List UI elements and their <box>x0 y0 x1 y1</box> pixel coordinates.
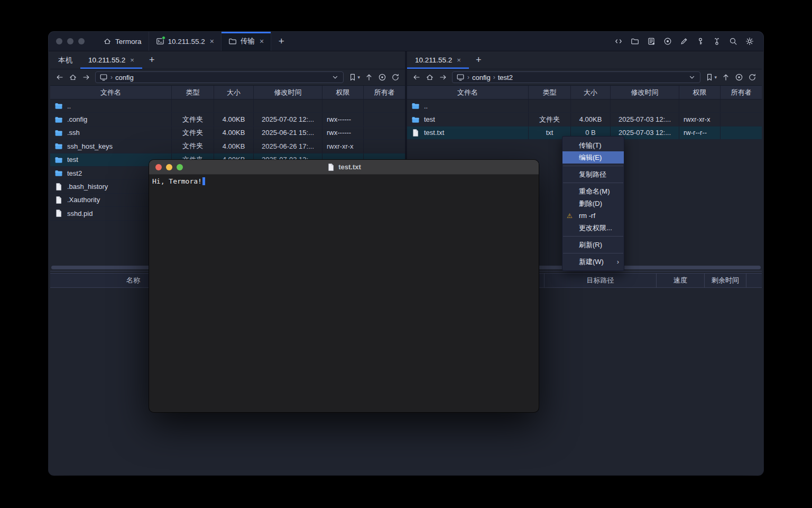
file-size-cell: 4.00KB <box>214 113 254 125</box>
forward-button[interactable] <box>80 71 92 83</box>
file-row-ssh-host-keys[interactable]: ssh_host_keys文件夹4.00KB2025-06-26 17:...r… <box>50 140 405 153</box>
key-icon[interactable] <box>695 35 706 47</box>
menu-item-label: 编辑(E) <box>579 153 602 162</box>
bookmark-button[interactable]: ▾ <box>348 73 360 81</box>
close-tab-icon[interactable]: × <box>210 37 214 46</box>
panel-tab-local-left[interactable]: 本机 <box>50 51 80 69</box>
close-tab-icon[interactable]: × <box>130 56 134 64</box>
transfer-column-header-item[interactable]: 剩余时间 <box>705 274 746 287</box>
file-name: test.txt <box>424 129 444 137</box>
path-toolbar-left: ›config▾ <box>50 69 405 86</box>
file-table-header-right: 文件名类型大小修改时间权限所有者 <box>407 86 762 99</box>
folder-icon <box>54 169 63 177</box>
titlebar-tab-host-10-211-55-2[interactable]: 10.211.55.2× <box>149 32 222 51</box>
parent-directory-button[interactable] <box>365 73 373 81</box>
panel-tab-remote-right[interactable]: 10.211.55.2× <box>407 51 469 69</box>
transfer-column-header-item[interactable]: 目标路径 <box>545 274 657 287</box>
file-icon <box>54 196 63 204</box>
close-window-button[interactable] <box>56 38 62 44</box>
column-header-item[interactable]: 所有者 <box>721 86 762 99</box>
column-header-item[interactable]: 权限 <box>322 86 364 99</box>
editor-titlebar[interactable]: test.txt <box>149 160 539 175</box>
editor-close-button[interactable] <box>155 164 162 170</box>
file-perm-cell: rwxr-xr-x <box>322 140 364 152</box>
editor-minimize-button[interactable] <box>166 164 172 170</box>
text-cursor <box>202 177 205 185</box>
record-icon[interactable] <box>662 35 673 47</box>
menu-item-item[interactable]: 更改权限... <box>562 222 624 234</box>
file-size-cell <box>571 99 611 112</box>
file-name: .Xauthority <box>67 196 100 204</box>
column-header-item[interactable]: 权限 <box>679 86 721 99</box>
column-header-item[interactable]: 所有者 <box>364 86 405 99</box>
menu-item-item[interactable]: 复制路径 <box>562 168 624 180</box>
menu-item-m[interactable]: 重命名(M) <box>562 185 624 197</box>
parent-directory-button[interactable] <box>722 73 730 81</box>
terminal-icon <box>156 37 164 46</box>
show-hidden-files-toggle[interactable] <box>735 73 743 81</box>
breadcrumb-segment[interactable]: config <box>115 74 134 81</box>
transfer-column-header-item[interactable]: 速度 <box>657 274 705 287</box>
column-header-item[interactable]: 文件名 <box>50 86 172 99</box>
chevron-down-icon[interactable] <box>688 73 696 81</box>
titlebar-tab-termora[interactable]: Termora <box>96 32 149 51</box>
column-header-item[interactable]: 类型 <box>172 86 214 99</box>
column-header-item[interactable]: 文件名 <box>407 86 529 99</box>
column-header-item[interactable]: 修改时间 <box>254 86 322 99</box>
folder-icon <box>54 129 63 137</box>
edit-icon[interactable] <box>678 35 690 47</box>
file-row-config[interactable]: .config文件夹4.00KB2025-07-02 12:...rwx----… <box>50 113 405 126</box>
file-owner-cell <box>364 99 405 112</box>
refresh-button[interactable] <box>391 73 400 81</box>
chevron-down-icon[interactable] <box>331 73 339 81</box>
column-header-item[interactable]: 大小 <box>571 86 611 99</box>
forward-button[interactable] <box>437 71 449 83</box>
titlebar-tab-transfer[interactable]: 传输× <box>221 32 271 51</box>
menu-item-e[interactable]: 编辑(E) <box>562 151 624 164</box>
file-row-ssh[interactable]: .ssh文件夹4.00KB2025-06-21 15:...rwx------ <box>50 126 405 140</box>
close-tab-icon[interactable]: × <box>457 56 461 64</box>
keychain-icon[interactable] <box>711 35 723 47</box>
search-icon[interactable] <box>727 35 739 47</box>
column-header-item[interactable]: 修改时间 <box>611 86 679 99</box>
home-button[interactable] <box>424 71 436 83</box>
path-input-right[interactable]: ›config›test2 <box>452 71 700 83</box>
menu-item-r[interactable]: 刷新(R) <box>562 239 624 251</box>
back-button[interactable] <box>411 71 422 83</box>
maximize-window-button[interactable] <box>78 38 85 44</box>
log-icon[interactable] <box>645 35 657 47</box>
editor-maximize-button[interactable] <box>177 164 183 170</box>
bookmark-button[interactable]: ▾ <box>705 73 717 81</box>
settings-icon[interactable] <box>744 35 755 47</box>
folder-icon[interactable] <box>629 35 641 47</box>
panel-tab-remote-left[interactable]: 10.211.55.2× <box>80 51 142 69</box>
breadcrumb-segment[interactable]: config <box>472 74 491 81</box>
back-button[interactable] <box>54 71 66 83</box>
code-icon[interactable] <box>613 35 624 47</box>
editor-content[interactable]: Hi, Termora! <box>149 175 539 188</box>
column-header-item[interactable]: 类型 <box>529 86 571 99</box>
menu-separator <box>563 236 623 237</box>
file-row-test[interactable]: test文件夹4.00KB2025-07-03 12:...rwxr-xr-x <box>407 113 762 126</box>
menu-item-t[interactable]: 传输(T) <box>562 139 624 151</box>
file-type-cell: 文件夹 <box>529 113 571 125</box>
file-icon <box>54 183 63 191</box>
file-type-cell <box>172 99 214 112</box>
menu-item-d[interactable]: 删除(D) <box>562 197 624 210</box>
path-input-left[interactable]: ›config <box>95 71 344 83</box>
home-button[interactable] <box>67 71 79 83</box>
menu-item-w[interactable]: 新建(W)› <box>562 256 624 268</box>
breadcrumb-segment[interactable]: test2 <box>498 74 513 81</box>
file-row-item[interactable]: .. <box>407 99 762 113</box>
new-tab-button[interactable]: + <box>271 32 291 51</box>
show-hidden-files-toggle[interactable] <box>378 73 386 81</box>
file-name: ssh_host_keys <box>67 142 113 150</box>
minimize-window-button[interactable] <box>67 38 73 44</box>
column-header-item[interactable]: 大小 <box>214 86 254 99</box>
panel-new-tab-button-left[interactable]: + <box>142 51 162 69</box>
close-tab-icon[interactable]: × <box>260 37 264 46</box>
panel-new-tab-button-right[interactable]: + <box>469 51 488 69</box>
refresh-button[interactable] <box>748 73 756 81</box>
file-row-item[interactable]: .. <box>50 99 405 113</box>
menu-item-rm-rf[interactable]: ⚠rm -rf <box>562 210 624 222</box>
